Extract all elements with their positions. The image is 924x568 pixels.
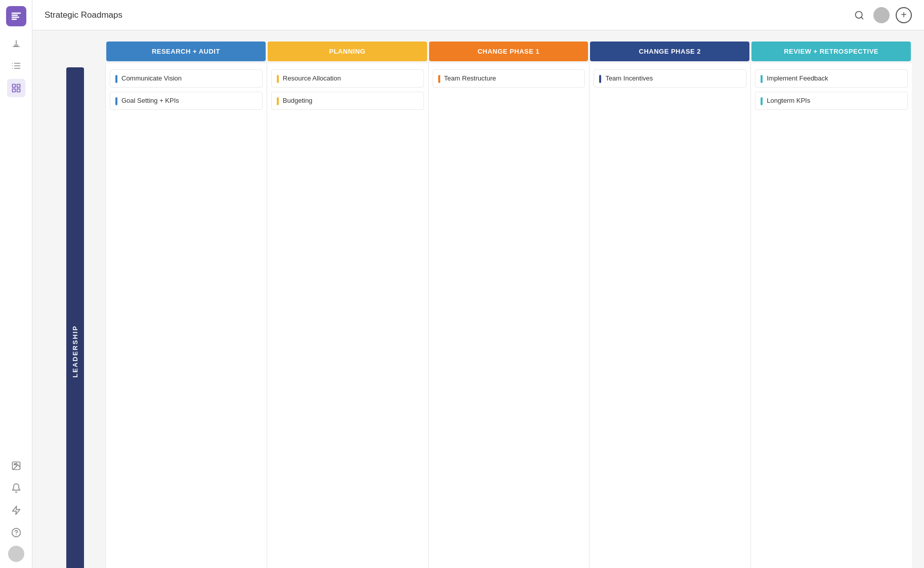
task-label: Longterm KPIs bbox=[767, 96, 810, 105]
task-card[interactable]: Team Restructure bbox=[433, 69, 585, 88]
cell-leadership-change1: Team Restructure bbox=[428, 63, 590, 568]
task-bar bbox=[761, 75, 763, 83]
cell-leadership-planning: Resource AllocationBudgeting bbox=[267, 63, 428, 568]
task-label: Resource Allocation bbox=[283, 74, 341, 83]
task-card[interactable]: Goal Setting + KPIs bbox=[110, 92, 263, 110]
app-logo[interactable] bbox=[6, 6, 26, 26]
task-label: Budgeting bbox=[283, 96, 313, 105]
corner-cell bbox=[45, 40, 105, 61]
col-header-planning: PLANNING bbox=[268, 42, 427, 61]
row-label-text-leadership: LEADERSHIP bbox=[66, 67, 84, 568]
sidebar-bolt-icon[interactable] bbox=[7, 501, 25, 519]
header-user-avatar[interactable] bbox=[873, 7, 890, 23]
task-bar bbox=[115, 75, 117, 83]
task-card[interactable]: Longterm KPIs bbox=[755, 92, 908, 110]
sidebar-menu-icon[interactable] bbox=[7, 79, 25, 97]
task-label: Communicate Vision bbox=[121, 74, 182, 83]
task-label: Implement Feedback bbox=[767, 74, 828, 83]
svg-marker-14 bbox=[12, 506, 20, 515]
task-bar bbox=[115, 97, 117, 105]
svg-rect-6 bbox=[12, 85, 15, 88]
task-bar bbox=[277, 97, 279, 105]
sidebar-help-icon[interactable] bbox=[7, 523, 25, 542]
col-header-review: REVIEW + RETROSPECTIVE bbox=[751, 42, 911, 61]
row-label-leadership: LEADERSHIP bbox=[45, 63, 105, 568]
sidebar-download-icon[interactable] bbox=[7, 34, 25, 53]
svg-rect-7 bbox=[17, 85, 20, 88]
col-header-change2: CHANGE PHASE 2 bbox=[590, 42, 749, 61]
sidebar-list-icon[interactable] bbox=[7, 57, 25, 75]
col-header-research: RESEARCH + AUDIT bbox=[106, 42, 266, 61]
task-bar bbox=[599, 75, 601, 83]
cell-leadership-change2: Team Incentives bbox=[589, 63, 750, 568]
task-label: Team Restructure bbox=[444, 74, 496, 83]
sidebar bbox=[0, 0, 32, 568]
task-bar bbox=[277, 75, 279, 83]
svg-rect-8 bbox=[12, 89, 15, 92]
sidebar-add-image-icon[interactable] bbox=[7, 457, 25, 475]
add-button[interactable]: + bbox=[896, 7, 912, 23]
svg-rect-9 bbox=[17, 89, 20, 92]
task-card[interactable]: Communicate Vision bbox=[110, 69, 263, 88]
col-header-change1: CHANGE PHASE 1 bbox=[429, 42, 589, 61]
task-bar bbox=[761, 97, 763, 105]
roadmap-board: RESEARCH + AUDITPLANNINGCHANGE PHASE 1CH… bbox=[45, 40, 912, 568]
task-card[interactable]: Budgeting bbox=[271, 92, 424, 110]
header: Strategic Roadmaps + bbox=[32, 0, 924, 30]
main-area: Strategic Roadmaps + RESEARCH + AUDITPLA… bbox=[32, 0, 924, 568]
task-label: Goal Setting + KPIs bbox=[121, 96, 179, 105]
task-card[interactable]: Resource Allocation bbox=[271, 69, 424, 88]
cell-leadership-research: Communicate VisionGoal Setting + KPIs bbox=[105, 63, 267, 568]
task-label: Team Incentives bbox=[605, 74, 653, 83]
search-icon[interactable] bbox=[851, 7, 867, 23]
cell-leadership-review: Implement FeedbackLongterm KPIs bbox=[750, 63, 912, 568]
header-actions: + bbox=[851, 7, 912, 23]
svg-line-18 bbox=[861, 17, 863, 19]
task-card[interactable]: Implement Feedback bbox=[755, 69, 908, 88]
page-title: Strategic Roadmaps bbox=[45, 10, 845, 20]
task-bar bbox=[438, 75, 440, 83]
task-card[interactable]: Team Incentives bbox=[594, 69, 746, 88]
user-avatar[interactable] bbox=[8, 546, 24, 562]
sidebar-bell-icon[interactable] bbox=[7, 479, 25, 497]
board-container: RESEARCH + AUDITPLANNINGCHANGE PHASE 1CH… bbox=[32, 30, 924, 568]
